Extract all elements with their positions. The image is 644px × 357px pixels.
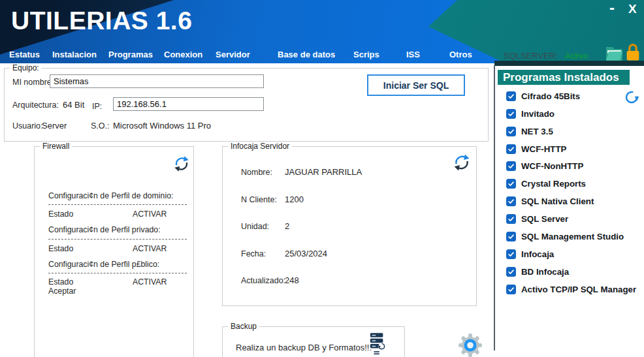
info-row-value: 2 (285, 221, 289, 231)
backup-title: Backup (228, 322, 259, 331)
checkbox-checked-icon[interactable] (506, 232, 516, 241)
mi-nombre-input[interactable] (50, 74, 264, 88)
so-value: Microsoft Windows 11 Pro (113, 121, 211, 131)
usuario-value: Server (42, 121, 67, 131)
program-item[interactable]: SQL Server (506, 214, 568, 224)
program-item[interactable]: Activo TCP/IP SQL Manager (506, 285, 636, 294)
info-row-label: Nombre: (241, 168, 272, 177)
arquitectura-label: Arquitectura: (12, 101, 59, 110)
checkbox-checked-icon[interactable] (506, 214, 516, 224)
program-label: BD Infocaja (521, 267, 569, 277)
gear-icon[interactable] (456, 332, 485, 357)
ip-input[interactable] (113, 97, 264, 111)
iniciar-ser-sql-button[interactable]: Iniciar Ser SQL (367, 74, 465, 96)
sync-icon[interactable] (453, 153, 471, 172)
firewall-profile-header: Configuraci¢n de Perfil de dominio: (48, 191, 173, 200)
program-item[interactable]: SQL Nativa Client (506, 196, 594, 206)
checkbox-checked-icon[interactable] (506, 127, 516, 136)
checkbox-checked-icon[interactable] (506, 91, 516, 101)
equipo-title: Equipo: (10, 63, 42, 72)
program-item[interactable]: Cifrado 45Bits (506, 91, 580, 101)
estado-value: ACTIVAR (133, 277, 167, 287)
estado-label: Estado (48, 210, 73, 219)
equipo-groupbox: Equipo: MI nombre: Arquitectura: 64 Bit … (4, 68, 489, 142)
backup-server-icon[interactable] (369, 332, 386, 356)
aceptar-label: Aceptar (48, 287, 76, 296)
so-label: S.O.: (91, 121, 109, 131)
refresh-icon[interactable] (623, 89, 640, 106)
program-label: Crystal Reports (521, 179, 586, 189)
firewall-profile-header: Configuraci¢n de Perfil privado: (48, 225, 161, 234)
program-item[interactable]: Invitado (506, 109, 555, 119)
tab-programas[interactable]: Programas (108, 50, 153, 59)
program-label: SQL Server (521, 214, 568, 224)
backup-groupbox: Backup Realiza un backup DB y Formatos!!… (222, 326, 405, 357)
tab-base-de-datos[interactable]: Base de datos (278, 50, 335, 59)
program-item[interactable]: Infocaja (506, 249, 554, 259)
minimize-button[interactable]: - (609, 0, 615, 16)
tab-conexion[interactable]: Conexion (164, 50, 202, 59)
estado-value: ACTIVAR (133, 210, 167, 219)
program-label: WCF-NonHTTP (521, 161, 583, 171)
checkbox-checked-icon[interactable] (506, 179, 516, 189)
checkbox-checked-icon[interactable] (506, 285, 516, 294)
info-row-value: JAGUAR PARRILLA (285, 167, 362, 177)
program-label: NET 3.5 (521, 127, 553, 136)
program-item[interactable]: NET 3.5 (506, 127, 553, 136)
program-item[interactable]: BD Infocaja (506, 267, 569, 277)
title-bar: UTILERIAS 1.6 - X Estatus Instalacion Pr… (0, 0, 644, 63)
tab-otros[interactable]: Otros (449, 50, 472, 59)
divider (48, 273, 187, 273)
program-label: WCF-HTTP (521, 144, 566, 154)
divider (48, 204, 187, 205)
sqlserver-status-value: Activo (565, 51, 588, 61)
info-row-value: 248 (285, 275, 299, 285)
estado-label: Estado (48, 277, 73, 287)
info-row-label: Unidad: (241, 222, 269, 231)
info-row-label: Fecha: (241, 249, 266, 258)
mi-nombre-label: MI nombre: (12, 78, 54, 87)
infocaja-title: Infocaja Servidor (228, 142, 292, 151)
close-button[interactable]: X (628, 3, 637, 15)
estado-value: ACTIVAR (133, 244, 167, 253)
programas-instalados-title: Programas Instalados (498, 70, 630, 85)
tab-instalacion[interactable]: Instalacion (52, 50, 97, 59)
folder-icon[interactable] (605, 45, 623, 61)
info-row-value: 25/03/2024 (285, 249, 327, 258)
program-label: Activo TCP/IP SQL Manager (521, 285, 636, 294)
firewall-profile-header: Configuraci¢n de Perfil p£blico: (48, 260, 159, 269)
program-item[interactable]: WCF-NonHTTP (506, 161, 583, 171)
ip-label: IP: (92, 102, 102, 111)
tab-scrips[interactable]: Scrips (353, 50, 379, 59)
header-bottom-strip (494, 61, 644, 66)
checkbox-checked-icon[interactable] (506, 144, 516, 154)
tab-iss[interactable]: ISS (406, 50, 420, 59)
checkbox-checked-icon[interactable] (506, 109, 516, 119)
divider (48, 239, 187, 240)
sqlserver-label: SQLSERVER: (504, 51, 558, 61)
program-item[interactable]: SQL Management Studio (506, 232, 624, 241)
program-label: Invitado (521, 109, 555, 119)
program-label: Infocaja (521, 249, 554, 259)
checkbox-checked-icon[interactable] (506, 249, 516, 259)
infocaja-servidor-groupbox: Infocaja Servidor Nombre: JAGUAR PARRILL… (222, 146, 477, 306)
program-item[interactable]: WCF-HTTP (506, 144, 566, 154)
info-row-value: 1200 (285, 194, 304, 204)
info-row-label: N Cliente: (241, 195, 277, 204)
program-item[interactable]: Crystal Reports (506, 179, 586, 189)
usuario-label: Usuario: (12, 121, 43, 131)
info-row-label: Actualizado: (241, 276, 285, 285)
tab-servidor[interactable]: Servidor (216, 50, 250, 59)
firewall-title: Firewall (40, 142, 72, 151)
checkbox-checked-icon[interactable] (506, 196, 516, 206)
tab-estatus[interactable]: Estatus (9, 50, 40, 59)
sync-icon[interactable] (173, 155, 190, 172)
panel-separator (494, 65, 495, 350)
lock-icon[interactable] (625, 42, 641, 61)
app-title: UTILERIAS 1.6 (11, 7, 192, 35)
checkbox-checked-icon[interactable] (506, 267, 516, 277)
program-label: SQL Management Studio (521, 232, 624, 241)
firewall-groupbox: Firewall Configuraci¢n de Perfil de domi… (34, 146, 194, 357)
arquitectura-value: 64 Bit (63, 100, 84, 110)
checkbox-checked-icon[interactable] (506, 161, 516, 171)
